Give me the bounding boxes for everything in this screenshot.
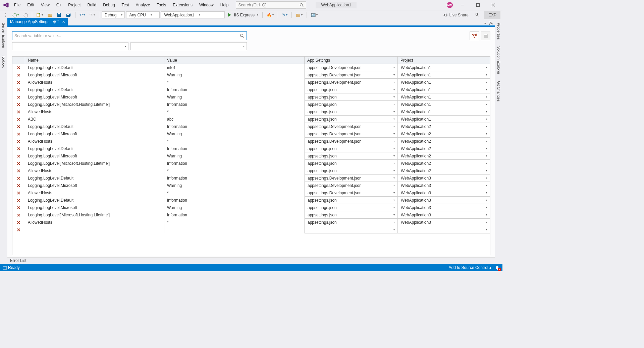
cell-project-dropdown[interactable]: WebApplication1▾	[398, 71, 490, 79]
cell-project-dropdown[interactable]: ▾	[398, 226, 490, 233]
cell-project-dropdown[interactable]: WebApplication1▾	[398, 79, 490, 86]
cell-value[interactable]: Warning	[164, 93, 305, 101]
cell-value[interactable]: *	[164, 167, 305, 175]
cell-project-dropdown[interactable]: WebApplication3▾	[398, 204, 490, 211]
table-row[interactable]: ✕Logging.LogLevel.Defaultinfo1appsetting…	[12, 64, 490, 71]
cell-name[interactable]: Logging.LogLevel['Microsoft.Hosting.Life…	[25, 160, 164, 167]
cell-name[interactable]: Logging.LogLevel.Default	[25, 175, 164, 182]
cell-name[interactable]: AllowedHosts	[25, 219, 164, 226]
folder-button[interactable]: ▾	[294, 12, 304, 18]
table-row[interactable]: ✕AllowedHosts*appsettings.Development.js…	[12, 138, 490, 145]
menu-file[interactable]: File	[11, 1, 24, 9]
image-button[interactable]: ▾	[309, 12, 319, 18]
col-appsettings[interactable]: App Settings	[305, 57, 398, 64]
filter-combo-1[interactable]: ▾	[12, 42, 128, 50]
cell-name[interactable]: Logging.LogLevel.Default	[25, 123, 164, 130]
delete-row-button[interactable]: ✕	[12, 138, 25, 145]
nav-back-button[interactable]: ◯ ▾	[11, 12, 20, 18]
cell-name[interactable]: AllowedHosts	[25, 79, 164, 86]
pin-icon[interactable]: �îí	[53, 20, 58, 24]
delete-row-button[interactable]: ✕	[12, 175, 25, 182]
table-row[interactable]: ✕Logging.LogLevel['Microsoft.Hosting.Lif…	[12, 101, 490, 108]
cell-name[interactable]: AllowedHosts	[25, 167, 164, 175]
cell-appsettings-dropdown[interactable]: ▾	[305, 226, 398, 233]
cell-project-dropdown[interactable]: WebApplication2▾	[398, 130, 490, 138]
menu-project[interactable]: Project	[65, 1, 84, 9]
cell-name[interactable]: Logging.LogLevel.Microsoft	[25, 93, 164, 101]
startup-dropdown[interactable]: WebApplication1▾	[161, 11, 225, 18]
cell-value[interactable]: Warning	[164, 130, 305, 138]
run-button[interactable]: IIS Express ▾	[226, 12, 260, 18]
right-tab-git-changes[interactable]: Git Changes	[496, 80, 501, 103]
live-share-button[interactable]: Live Share	[440, 12, 471, 18]
cell-appsettings-dropdown[interactable]: appsettings.json▾	[305, 86, 398, 93]
cell-project-dropdown[interactable]: WebApplication2▾	[398, 152, 490, 160]
menu-tools[interactable]: Tools	[153, 1, 169, 9]
cell-value[interactable]: Warning	[164, 71, 305, 79]
avatar[interactable]: MM	[447, 2, 453, 8]
delete-row-button[interactable]: ✕	[12, 145, 25, 152]
close-icon[interactable]: ✕	[62, 20, 65, 24]
delete-row-button[interactable]: ✕	[12, 182, 25, 189]
delete-row-button[interactable]: ✕	[12, 152, 25, 160]
new-item-button[interactable]: ▾	[35, 12, 45, 18]
cell-value[interactable]: Warning	[164, 152, 305, 160]
table-row[interactable]: ✕Logging.LogLevel.MicrosoftWarningappset…	[12, 182, 490, 189]
table-row[interactable]: ✕Logging.LogLevel.DefaultInformationapps…	[12, 123, 490, 130]
delete-row-button[interactable]: ✕	[12, 108, 25, 116]
delete-row-button[interactable]: ✕	[12, 197, 25, 204]
cell-appsettings-dropdown[interactable]: appsettings.json▾	[305, 211, 398, 219]
delete-row-button[interactable]: ✕	[12, 93, 25, 101]
menu-view[interactable]: View	[38, 1, 53, 9]
cell-appsettings-dropdown[interactable]: appsettings.json▾	[305, 93, 398, 101]
table-row[interactable]: ✕▾▾	[12, 226, 490, 233]
table-row[interactable]: ✕Logging.LogLevel.MicrosoftWarningappset…	[12, 93, 490, 101]
cell-appsettings-dropdown[interactable]: appsettings.json▾	[305, 197, 398, 204]
cell-name[interactable]: Logging.LogLevel.Default	[25, 197, 164, 204]
notifications-button[interactable]: 3	[495, 265, 500, 270]
delete-row-button[interactable]: ✕	[12, 64, 25, 71]
hot-reload-button[interactable]: 🔥▾	[265, 12, 275, 18]
table-row[interactable]: ✕AllowedHosts*appsettings.Development.js…	[12, 79, 490, 86]
col-delete[interactable]	[12, 57, 25, 64]
cell-project-dropdown[interactable]: WebApplication2▾	[398, 160, 490, 167]
cell-value[interactable]: abc	[164, 116, 305, 123]
tab-overflow-icon[interactable]: ▾	[484, 22, 486, 25]
cell-value[interactable]: *	[164, 108, 305, 116]
save-filter-button[interactable]	[481, 31, 490, 40]
cell-value[interactable]: Information	[164, 86, 305, 93]
cell-value[interactable]: *	[164, 189, 305, 197]
cell-name[interactable]: Logging.LogLevel.Microsoft	[25, 204, 164, 211]
right-tab-solution-explorer[interactable]: Solution Explorer	[496, 45, 501, 76]
close-button[interactable]	[488, 1, 499, 9]
clear-filter-button[interactable]	[470, 31, 479, 40]
nav-forward-button[interactable]: ◯	[22, 12, 30, 18]
cell-project-dropdown[interactable]: WebApplication2▾	[398, 138, 490, 145]
cell-appsettings-dropdown[interactable]: appsettings.json▾	[305, 204, 398, 211]
cell-name[interactable]	[25, 226, 164, 233]
delete-row-button[interactable]: ✕	[12, 226, 25, 233]
table-row[interactable]: ✕Logging.LogLevel.DefaultInformationapps…	[12, 197, 490, 204]
cell-name[interactable]: Logging.LogLevel['Microsoft.Hosting.Life…	[25, 101, 164, 108]
table-row[interactable]: ✕Logging.LogLevel.MicrosoftWarningappset…	[12, 71, 490, 79]
cell-value[interactable]: info1	[164, 64, 305, 71]
delete-row-button[interactable]: ✕	[12, 101, 25, 108]
cell-value[interactable]: *	[164, 138, 305, 145]
save-button[interactable]	[55, 12, 63, 18]
menu-git[interactable]: Git	[53, 1, 65, 9]
open-button[interactable]	[46, 12, 54, 18]
filter-combo-2[interactable]: ▾	[130, 42, 247, 50]
cell-name[interactable]: AllowedHosts	[25, 138, 164, 145]
cell-appsettings-dropdown[interactable]: appsettings.Development.json▾	[305, 175, 398, 182]
cell-value[interactable]: Information	[164, 197, 305, 204]
cell-project-dropdown[interactable]: WebApplication3▾	[398, 189, 490, 197]
cell-value[interactable]: *	[164, 79, 305, 86]
table-row[interactable]: ✕Logging.LogLevel.DefaultInformationapps…	[12, 86, 490, 93]
cell-value[interactable]: Information	[164, 101, 305, 108]
config-dropdown[interactable]: Debug▾	[102, 11, 125, 18]
menu-window[interactable]: Window	[196, 1, 217, 9]
cell-appsettings-dropdown[interactable]: appsettings.json▾	[305, 101, 398, 108]
tab-manage-appsettings[interactable]: Manange AppSettings �îí ✕	[7, 18, 68, 25]
delete-row-button[interactable]: ✕	[12, 189, 25, 197]
cell-project-dropdown[interactable]: WebApplication3▾	[398, 197, 490, 204]
